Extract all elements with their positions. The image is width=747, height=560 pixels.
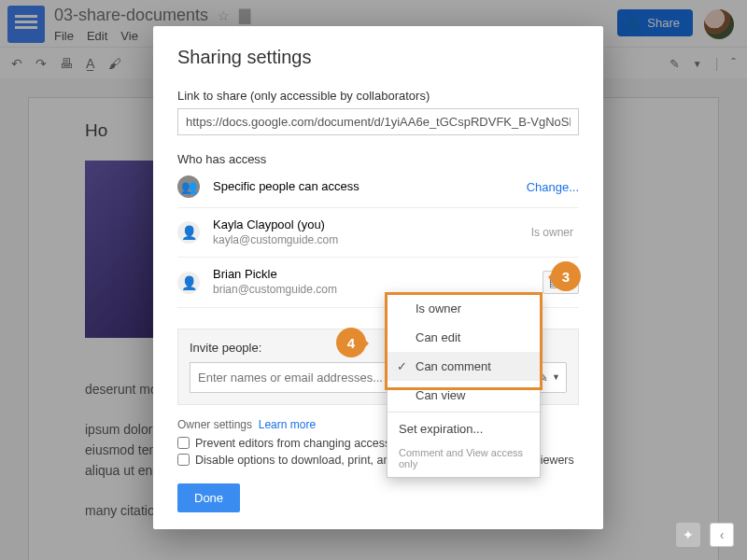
collaborator-row: 👤 Kayla Claypool (you) kayla@customguide… <box>177 208 579 258</box>
change-access-link[interactable]: Change... <box>527 180 579 194</box>
person-icon: 👤 <box>177 272 200 294</box>
owner-settings-label: Owner settings <box>177 418 252 431</box>
dialog-title: Sharing settings <box>177 47 579 68</box>
menu-divider <box>388 412 540 413</box>
who-has-access-label: Who has access <box>177 152 579 166</box>
prevent-editors-checkbox[interactable] <box>177 437 190 449</box>
permission-option-owner[interactable]: Is owner <box>388 294 540 323</box>
floating-buttons: ✦ ‹ <box>676 523 734 547</box>
chevron-down-icon: ▼ <box>552 372 560 382</box>
tutorial-callout-4: 4 <box>336 328 366 357</box>
set-expiration-option[interactable]: Set expiration... <box>388 414 540 443</box>
collaborator-email: kayla@customguide.com <box>213 233 531 248</box>
done-button[interactable]: Done <box>177 483 240 512</box>
collaborator-name: Brian Pickle <box>213 267 543 283</box>
side-panel-toggle[interactable]: ‹ <box>710 523 734 547</box>
people-icon: 👥 <box>177 175 200 198</box>
permission-option-comment[interactable]: Can comment <box>388 352 540 381</box>
permission-option-view[interactable]: Can view <box>388 381 540 410</box>
permission-note: Comment and View access only <box>388 443 540 477</box>
link-share-label: Link to share (only accessible by collab… <box>177 89 579 103</box>
owner-role-label: Is owner <box>531 226 573 239</box>
disable-download-checkbox[interactable] <box>177 454 190 466</box>
collaborator-name: Kayla Claypool (you) <box>213 217 531 233</box>
access-scope-row: 👥 Specific people can access Change... <box>177 166 579 208</box>
explore-button[interactable]: ✦ <box>676 523 700 547</box>
person-icon: 👤 <box>177 221 200 244</box>
share-link-input[interactable] <box>177 108 579 135</box>
learn-more-link[interactable]: Learn more <box>259 418 316 431</box>
access-scope-text: Specific people can access <box>213 179 527 195</box>
tutorial-callout-3: 3 <box>551 261 581 291</box>
permission-menu: Is owner Can edit Can comment Can view S… <box>387 293 541 478</box>
permission-option-edit[interactable]: Can edit <box>388 323 540 352</box>
